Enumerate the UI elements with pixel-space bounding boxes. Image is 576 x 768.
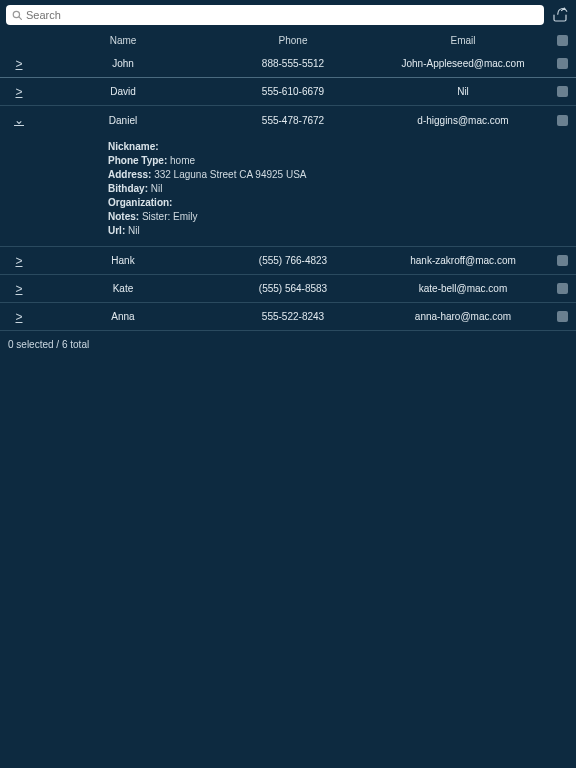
expand-toggle[interactable]: >	[15, 254, 22, 268]
search-icon	[12, 10, 22, 20]
header-name: Name	[38, 35, 208, 46]
contact-details: Nickname: Phone Type: home Address: 332 …	[0, 134, 576, 247]
table-row: ⌄ Daniel 555-478-7672 d-higgins@mac.com	[0, 106, 576, 134]
cell-name: Kate	[38, 283, 208, 294]
detail-label-nickname: Nickname:	[108, 141, 159, 152]
row-checkbox[interactable]	[557, 255, 568, 266]
expand-toggle[interactable]: >	[15, 282, 22, 296]
cell-name: Anna	[38, 311, 208, 322]
select-all-checkbox[interactable]	[557, 35, 568, 46]
row-checkbox[interactable]	[557, 283, 568, 294]
cell-email: kate-bell@mac.com	[378, 283, 548, 294]
cell-name: Hank	[38, 255, 208, 266]
detail-value-address: 332 Laguna Street CA 94925 USA	[154, 169, 306, 180]
cell-phone: (555) 766-4823	[208, 255, 378, 266]
table-row: > Hank (555) 766-4823 hank-zakroff@mac.c…	[0, 247, 576, 275]
table-row: > Anna 555-522-8243 anna-haro@mac.com	[0, 303, 576, 331]
table-row: > David 555-610-6679 Nil	[0, 78, 576, 106]
selection-status: 0 selected / 6 total	[0, 331, 576, 358]
cell-email: d-higgins@mac.com	[378, 115, 548, 126]
expand-toggle[interactable]: >	[15, 57, 22, 71]
detail-label-organization: Organization:	[108, 197, 172, 208]
row-checkbox[interactable]	[557, 86, 568, 97]
row-checkbox[interactable]	[557, 311, 568, 322]
search-input[interactable]	[26, 9, 538, 21]
cell-phone: 555-610-6679	[208, 86, 378, 97]
cell-name: Daniel	[38, 115, 208, 126]
cell-name: John	[38, 58, 208, 69]
collapse-toggle[interactable]: ⌄	[14, 113, 24, 127]
detail-value-phonetype: home	[170, 155, 195, 166]
svg-line-1	[19, 17, 22, 20]
header-phone: Phone	[208, 35, 378, 46]
cell-phone: 555-522-8243	[208, 311, 378, 322]
cell-name: David	[38, 86, 208, 97]
detail-label-address: Address:	[108, 169, 151, 180]
detail-label-phonetype: Phone Type:	[108, 155, 167, 166]
share-icon	[551, 6, 569, 24]
detail-label-url: Url:	[108, 225, 125, 236]
cell-phone: (555) 564-8583	[208, 283, 378, 294]
top-bar	[0, 0, 576, 30]
cell-email: hank-zakroff@mac.com	[378, 255, 548, 266]
row-checkbox[interactable]	[557, 58, 568, 69]
expand-toggle[interactable]: >	[15, 85, 22, 99]
share-button[interactable]	[550, 5, 570, 25]
cell-email: Nil	[378, 86, 548, 97]
row-checkbox[interactable]	[557, 115, 568, 126]
detail-value-birthday: Nil	[151, 183, 163, 194]
cell-phone: 888-555-5512	[208, 58, 378, 69]
cell-email: John-Appleseed@mac.com	[378, 58, 548, 69]
cell-email: anna-haro@mac.com	[378, 311, 548, 322]
search-box[interactable]	[6, 5, 544, 25]
expand-toggle[interactable]: >	[15, 310, 22, 324]
detail-value-notes: Sister: Emily	[142, 211, 198, 222]
detail-label-notes: Notes:	[108, 211, 139, 222]
detail-label-birthday: Bithday:	[108, 183, 148, 194]
table-row: > Kate (555) 564-8583 kate-bell@mac.com	[0, 275, 576, 303]
table-row: > John 888-555-5512 John-Appleseed@mac.c…	[0, 50, 576, 78]
cell-phone: 555-478-7672	[208, 115, 378, 126]
header-email: Email	[378, 35, 548, 46]
table-header: Name Phone Email	[0, 30, 576, 50]
detail-value-url: Nil	[128, 225, 140, 236]
